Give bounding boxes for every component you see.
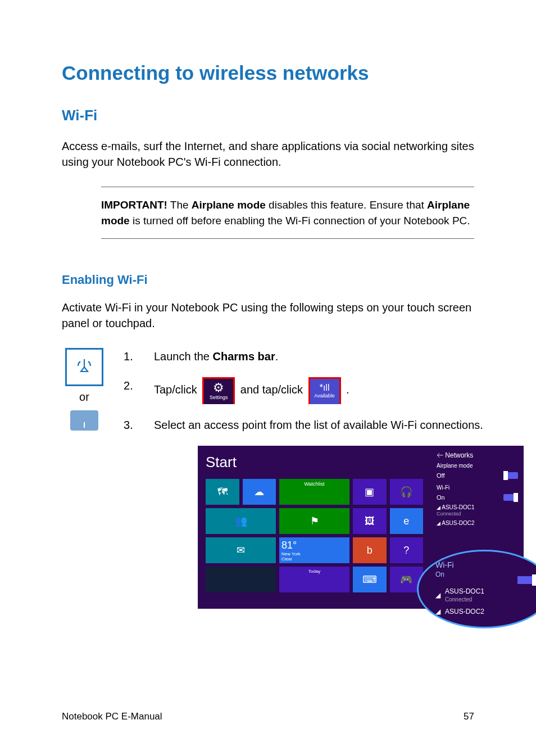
tile-weather: 81° New York Clear (279, 537, 349, 563)
page-title: Connecting to wireless networks (62, 62, 474, 84)
settings-label: Settings (210, 394, 228, 402)
signal-bars-icon: ◢ (435, 591, 440, 599)
weather-city: New York (281, 551, 301, 556)
footer-doc-title: Notebook PC E-Manual (62, 711, 162, 722)
zoom-callout: Wi-Fi On ◢ ASUS-DOC1 Connected ◢ (417, 550, 536, 628)
wifi-state: On (437, 494, 445, 501)
weather-cond: Clear (281, 556, 292, 562)
section-heading-wifi: Wi-Fi (62, 107, 474, 124)
tile-mail: ✉ (206, 537, 276, 563)
note-text-a: The (167, 199, 192, 211)
tile-help: ? (390, 537, 424, 563)
tile-photos: 🖼 (353, 508, 387, 534)
tile-ie: e (390, 508, 424, 534)
tile-people: 👥 (206, 508, 276, 534)
tile-finance: Watchlist (279, 479, 349, 505)
signal-icon: *ıll (320, 383, 330, 392)
tile-calendar: Today (279, 567, 349, 592)
wifi-toggle[interactable] (503, 494, 518, 501)
wifi-label: Wi-Fi (437, 485, 518, 491)
step2-text-c: . (346, 383, 349, 396)
step1-text-a: Launch the (154, 350, 213, 363)
tile-bing: b (353, 537, 387, 563)
step2-text-a: Tap/click (154, 383, 200, 396)
subsection-heading: Enabling Wi-Fi (62, 273, 474, 287)
tile-desktop (206, 567, 276, 592)
touchscreen-icon (65, 348, 103, 386)
airplane-mode-label: Airplane mode (437, 463, 518, 469)
page-number: 57 (464, 711, 474, 722)
zoom-network-2[interactable]: ◢ ASUS-DOC2 (435, 608, 533, 615)
important-label: IMPORTANT! (101, 199, 167, 211)
settings-charm-icon: ⚙ Settings (202, 377, 235, 404)
note-bold-a: Airplane mode (192, 199, 266, 211)
step1-text-c: . (275, 350, 279, 363)
important-note: IMPORTANT! The Airplane mode disables th… (101, 187, 474, 239)
weather-temp: 81° (281, 540, 297, 551)
networks-header: 🡠 Networks (437, 451, 518, 459)
step2-text-b: and tap/click (240, 383, 306, 396)
windows8-screenshot: Start 🗺 ☁ Watchlist ▣ 🎧 👥 ⚑ 🖼 e ✉ (198, 446, 524, 609)
tile-keyboard: ⌨ (353, 567, 387, 592)
note-text-c: is turned off before enabling the Wi-Fi … (130, 215, 470, 227)
zoom-wifi-label: Wi-Fi (435, 560, 533, 569)
intro-paragraph: Access e-mails, surf the Internet, and s… (62, 138, 474, 170)
or-label: or (62, 391, 107, 404)
tile-video: ▣ (353, 479, 387, 505)
network-item-1[interactable]: ◢ ASUS-DOC1 Connected (437, 504, 518, 517)
zoom-wifi-toggle[interactable] (517, 576, 535, 584)
note-text-b: disables this feature. Ensure that (266, 199, 427, 211)
touchpad-icon (70, 410, 98, 431)
start-screen: Start 🗺 ☁ Watchlist ▣ 🎧 👥 ⚑ 🖼 e ✉ (198, 446, 431, 609)
subintro-paragraph: Activate Wi-Fi in your Notebook PC using… (62, 300, 474, 331)
start-label: Start (206, 454, 423, 471)
signal-bars-icon: ◢ (435, 608, 440, 615)
step-3: Select an access point from the list of … (124, 417, 524, 433)
step1-bold: Charms bar (213, 350, 275, 363)
gear-icon: ⚙ (213, 382, 224, 394)
tile-maps: 🗺 (206, 479, 239, 505)
airplane-mode-state: Off (437, 472, 444, 479)
available-networks-icon: *ıll Available (308, 377, 341, 404)
step-1: Launch the Charms bar. (124, 348, 524, 365)
tile-music: 🎧 (390, 479, 424, 505)
network-item-2[interactable]: ◢ ASUS-DOC2 (437, 520, 518, 526)
step3-text: Select an access point from the list of … (154, 417, 483, 433)
tile-skydrive: ☁ (243, 479, 276, 505)
zoom-network-1[interactable]: ◢ ASUS-DOC1 Connected (435, 587, 533, 603)
step-2: Tap/click ⚙ Settings and tap/click *ıll (124, 377, 524, 404)
airplane-toggle[interactable] (503, 472, 518, 479)
tile-sports: ⚑ (279, 508, 349, 534)
available-label: Available (314, 392, 334, 400)
